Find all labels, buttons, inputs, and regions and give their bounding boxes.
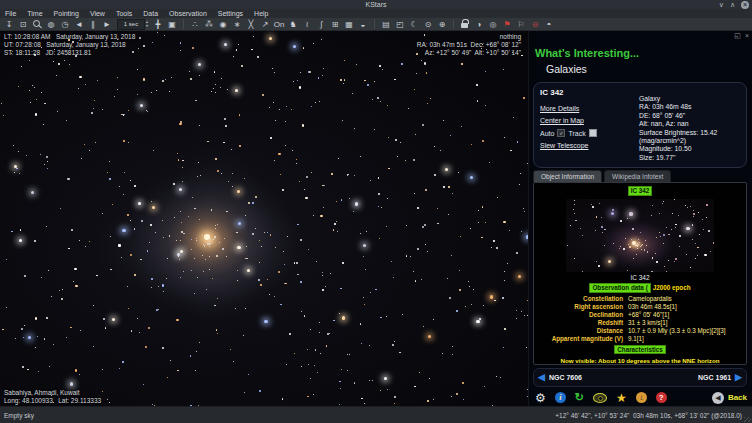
toggle-supernovae-icon[interactable]: ∗ bbox=[231, 19, 243, 30]
star bbox=[95, 142, 96, 143]
tab-wikipedia-infotext[interactable]: Wikipedia Infotext bbox=[604, 170, 671, 182]
dome-icon[interactable]: ◓ bbox=[543, 19, 555, 30]
star bbox=[214, 71, 216, 73]
slew-telescope-link[interactable]: Slew Telescope bbox=[540, 142, 597, 149]
telescope-target-icon[interactable]: ⊕ bbox=[436, 19, 448, 30]
star bbox=[53, 344, 54, 345]
next-object-button[interactable]: NGC 1961 ▶ bbox=[698, 369, 742, 386]
toggle-constellation-art-icon[interactable]: ♞ bbox=[287, 19, 299, 30]
toggle-stars-icon[interactable]: ∴ bbox=[189, 19, 201, 30]
star bbox=[191, 270, 193, 272]
indi-control-icon[interactable]: ◎ bbox=[487, 19, 499, 30]
star bbox=[381, 207, 382, 208]
night-vision-icon[interactable]: ☾ bbox=[408, 19, 420, 30]
toggle-equatorial-grid-icon[interactable]: ⊞ bbox=[329, 19, 341, 30]
sky-map[interactable]: LT: 10:28:08 AM Saturday, January 13, 20… bbox=[0, 31, 528, 406]
preview-eye-icon[interactable] bbox=[593, 393, 607, 403]
info-table-row: Redshift31 ± 3 km/s[1] bbox=[537, 319, 743, 327]
menu-item[interactable]: Help bbox=[254, 9, 268, 18]
star bbox=[109, 178, 111, 180]
tab-object-information[interactable]: Object Information bbox=[533, 170, 602, 182]
time-step-widget[interactable]: 1 sec ▴▾ bbox=[117, 19, 148, 30]
flag-icon[interactable]: ⚑ bbox=[501, 19, 513, 30]
menu-item[interactable]: File bbox=[5, 9, 16, 18]
dock-close-icon[interactable]: × bbox=[745, 32, 749, 39]
remove-icon[interactable]: ⊖ bbox=[529, 19, 541, 30]
time-step-spinner[interactable]: ▴▾ bbox=[146, 20, 148, 28]
auto-checkbox[interactable]: ✓ bbox=[557, 129, 565, 137]
menu-item[interactable]: View bbox=[90, 9, 105, 18]
star bbox=[93, 305, 94, 306]
step-backward-icon[interactable]: ◄ bbox=[73, 19, 85, 30]
back-arrow-icon[interactable]: ◀ bbox=[712, 392, 724, 404]
step-forward-icon[interactable]: ► bbox=[101, 19, 113, 30]
whats-interesting-icon[interactable]: ⊙ bbox=[422, 19, 434, 30]
star bbox=[46, 156, 48, 158]
menu-item[interactable]: Data bbox=[143, 9, 158, 18]
star bbox=[428, 335, 431, 338]
toggle-constellation-boundaries-icon[interactable]: ≀ bbox=[301, 19, 313, 30]
dock-float-icon[interactable]: ◱ bbox=[734, 32, 741, 39]
auto-track-control[interactable]: Auto ✓ Track bbox=[540, 129, 597, 137]
minimize-icon[interactable]: ∨ bbox=[719, 0, 724, 9]
star bbox=[211, 209, 213, 211]
star bbox=[361, 398, 363, 400]
observation-planner-icon[interactable]: ◰ bbox=[394, 19, 406, 30]
find-object-icon[interactable] bbox=[31, 19, 43, 30]
open-file-icon[interactable]: ⊡ bbox=[17, 19, 29, 30]
toolbar-separator bbox=[183, 19, 184, 29]
flag-outline-icon[interactable]: ⚐ bbox=[515, 19, 527, 30]
time-step-value[interactable]: 1 sec bbox=[117, 19, 145, 30]
star bbox=[354, 382, 356, 384]
menu-item[interactable]: Time bbox=[27, 9, 42, 18]
star bbox=[311, 172, 312, 173]
previous-object-button[interactable]: ◀ NGC 7606 bbox=[538, 369, 582, 386]
color-scheme-icon[interactable]: ◑ bbox=[473, 19, 485, 30]
resize-grip[interactable] bbox=[744, 417, 751, 422]
toggle-constellation-names-icon[interactable]: On bbox=[273, 19, 285, 30]
details-view-icon[interactable]: ▤ bbox=[380, 19, 392, 30]
toggle-planets-icon[interactable]: ◉ bbox=[217, 19, 229, 30]
toggle-milky-way-icon[interactable]: ∫ bbox=[315, 19, 327, 30]
chevron-right-icon[interactable]: ▶ bbox=[735, 369, 742, 386]
close-icon[interactable]: × bbox=[741, 1, 749, 9]
star bbox=[365, 269, 366, 270]
reload-icon[interactable]: ↻ bbox=[575, 391, 584, 404]
toggle-deep-sky-icon[interactable]: ⁂ bbox=[203, 19, 215, 30]
star bbox=[356, 64, 357, 65]
download-resources-icon[interactable]: ↓ bbox=[636, 392, 647, 403]
star bbox=[489, 162, 490, 163]
download-data-icon[interactable]: ↧ bbox=[3, 19, 15, 30]
maximize-icon[interactable]: ∧ bbox=[730, 0, 735, 9]
chevron-left-icon[interactable]: ◀ bbox=[538, 369, 545, 386]
menu-item[interactable]: Pointing bbox=[54, 9, 79, 18]
favorite-star-icon[interactable]: ★ bbox=[616, 391, 627, 405]
stop-clock-icon[interactable]: ∥ bbox=[87, 19, 99, 30]
toggle-ground-icon[interactable]: ◒ bbox=[357, 19, 369, 30]
set-focus-icon[interactable]: ╋ bbox=[152, 19, 164, 30]
menu-item[interactable]: Settings bbox=[218, 9, 243, 18]
star bbox=[445, 168, 448, 171]
settings-icon[interactable]: ⚙ bbox=[535, 391, 546, 405]
star bbox=[49, 366, 50, 367]
star bbox=[79, 76, 81, 78]
back-button[interactable]: ◀ Back bbox=[712, 392, 747, 404]
track-checkbox[interactable] bbox=[589, 129, 597, 137]
lock-icon[interactable] bbox=[459, 19, 471, 30]
set-time-now-icon[interactable]: ◷ bbox=[59, 19, 71, 30]
menu-item[interactable]: Tools bbox=[116, 9, 132, 18]
star bbox=[219, 242, 220, 243]
more-details-link[interactable]: More Details bbox=[540, 105, 597, 112]
info-row-label: Distance bbox=[537, 327, 628, 335]
toggle-horizontal-grid-icon[interactable]: ▦ bbox=[343, 19, 355, 30]
menu-item[interactable]: Observation bbox=[169, 9, 207, 18]
center-in-map-link[interactable]: Center in Map bbox=[540, 117, 597, 124]
help-icon[interactable]: ? bbox=[656, 392, 667, 403]
star bbox=[434, 174, 436, 176]
toggle-comets-icon[interactable]: ↗ bbox=[259, 19, 271, 30]
object-navigation-bar: ◀ NGC 7606 NGC 1961 ▶ bbox=[533, 368, 747, 387]
toggle-constellation-lines-icon[interactable]: ╳ bbox=[245, 19, 257, 30]
geolocation-icon[interactable]: ◍ bbox=[45, 19, 57, 30]
object-details-icon[interactable]: i bbox=[555, 392, 566, 403]
capture-sky-icon[interactable]: ▣ bbox=[166, 19, 178, 30]
